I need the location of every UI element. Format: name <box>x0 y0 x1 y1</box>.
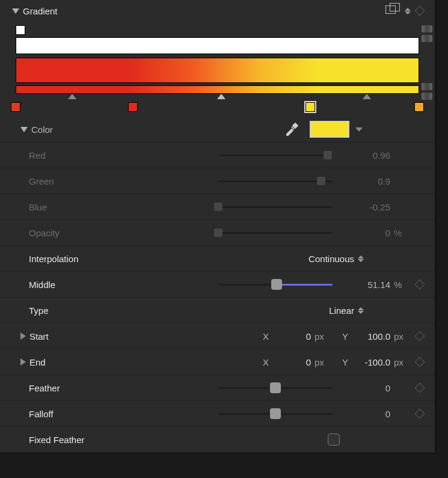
start-x-value[interactable]: 0 <box>277 331 311 342</box>
opacity-stop-track[interactable] <box>16 24 419 37</box>
end-row: End X 0 px Y -100.0 px <box>0 349 435 375</box>
start-y-value[interactable]: 100.0 <box>357 331 390 342</box>
start-x-unit: px <box>311 331 331 342</box>
type-stepper-icon[interactable] <box>358 307 364 314</box>
preset-stepper-icon[interactable] <box>405 8 411 14</box>
section-header-gradient[interactable]: Gradient <box>0 0 435 22</box>
color-label: Color <box>31 124 53 135</box>
gradient-thin-bar[interactable] <box>16 85 419 94</box>
gradient-panel: Gradient <box>0 0 437 454</box>
middle-slider[interactable] <box>218 279 333 290</box>
falloff-value[interactable]: 0 <box>336 409 390 419</box>
color-distribute-button[interactable] <box>422 93 432 100</box>
y-label: Y <box>342 357 357 367</box>
feather-row: Feather 0 <box>0 375 435 401</box>
x-label: X <box>263 331 277 342</box>
end-y-unit: px <box>390 357 411 367</box>
opacity-stop[interactable] <box>16 25 25 35</box>
color-stop-track[interactable] <box>16 101 419 114</box>
end-x-value[interactable]: 0 <box>277 357 311 367</box>
falloff-row: Falloff 0 <box>0 401 435 427</box>
interpolation-row: Interpolation Continuous <box>0 246 435 272</box>
opacity-label: Opacity <box>29 228 60 238</box>
fixed-feather-row: Fixed Feather <box>0 427 435 453</box>
type-row: Type Linear <box>0 298 435 323</box>
opacity-value[interactable]: 0 <box>336 228 390 238</box>
interpolation-label: Interpolation <box>29 254 79 264</box>
keyframe-icon[interactable] <box>415 357 425 367</box>
eyedropper-icon[interactable] <box>284 122 299 136</box>
color-swatch[interactable] <box>310 121 349 138</box>
disclosure-triangle-icon[interactable] <box>20 127 28 132</box>
type-value[interactable]: Linear <box>329 305 354 316</box>
blue-label: Blue <box>29 202 47 212</box>
fixed-feather-label: Fixed Feather <box>29 435 85 445</box>
section-title: Gradient <box>23 6 58 16</box>
feather-value[interactable]: 0 <box>336 383 390 393</box>
keyframe-icon[interactable] <box>415 382 425 393</box>
color-stop[interactable] <box>11 102 20 112</box>
opacity-distribute-button[interactable] <box>422 35 432 42</box>
start-y-unit: px <box>390 331 411 342</box>
opacity-unit: % <box>390 228 411 238</box>
start-label: Start <box>29 331 49 342</box>
fixed-feather-checkbox[interactable] <box>328 434 340 446</box>
keyframe-icon[interactable] <box>415 408 425 418</box>
falloff-slider[interactable] <box>218 408 333 419</box>
disclosure-triangle-icon[interactable] <box>12 8 19 14</box>
middle-unit: % <box>390 280 411 290</box>
opacity-bar[interactable] <box>16 37 419 54</box>
chevron-down-icon[interactable] <box>355 127 363 132</box>
opacity-row: Opacity 0 % <box>0 220 435 246</box>
color-stop[interactable] <box>414 102 424 112</box>
disclosure-triangle-icon[interactable] <box>20 358 26 366</box>
keyframe-icon[interactable] <box>415 279 425 289</box>
middle-row: Middle 51.14 % <box>0 272 435 298</box>
red-label: Red <box>29 150 46 161</box>
midpoint-handle[interactable] <box>217 94 226 99</box>
middle-label: Middle <box>29 280 55 290</box>
x-label: X <box>263 357 277 367</box>
end-y-value[interactable]: -100.0 <box>357 357 390 367</box>
color-stop[interactable] <box>305 102 315 112</box>
keyframe-icon[interactable] <box>415 331 425 341</box>
gradient-preview-bar[interactable] <box>16 58 419 83</box>
end-x-unit: px <box>311 357 331 367</box>
y-label: Y <box>342 331 357 342</box>
type-label: Type <box>29 305 49 316</box>
blue-slider[interactable] <box>218 201 333 212</box>
midpoint-handle[interactable] <box>68 94 76 99</box>
interpolation-value[interactable]: Continuous <box>308 254 354 264</box>
middle-value[interactable]: 51.14 <box>336 280 390 290</box>
gradient-editor <box>0 22 435 117</box>
green-row: Green 0.9 <box>0 168 435 194</box>
start-row: Start X 0 px Y 100.0 px <box>0 323 435 349</box>
blue-row: Blue -0.25 <box>0 194 435 220</box>
keyframe-icon[interactable] <box>415 5 425 16</box>
opacity-reverse-button[interactable] <box>422 25 432 32</box>
feather-slider[interactable] <box>218 382 333 393</box>
preset-picker-icon[interactable] <box>385 3 401 19</box>
falloff-label: Falloff <box>29 409 54 419</box>
opacity-slider[interactable] <box>218 227 333 238</box>
red-row: Red 0.96 <box>0 142 435 168</box>
red-slider[interactable] <box>218 150 333 161</box>
blue-value[interactable]: -0.25 <box>336 202 390 212</box>
color-stop[interactable] <box>128 102 138 112</box>
green-slider[interactable] <box>218 176 333 186</box>
green-value[interactable]: 0.9 <box>336 176 390 186</box>
color-row: Color <box>0 117 435 142</box>
color-reverse-button[interactable] <box>422 83 432 90</box>
disclosure-triangle-icon[interactable] <box>20 332 26 340</box>
red-value[interactable]: 0.96 <box>336 150 390 161</box>
midpoint-track[interactable] <box>16 94 419 101</box>
feather-label: Feather <box>29 383 60 393</box>
end-label: End <box>29 357 46 367</box>
midpoint-handle[interactable] <box>363 94 371 99</box>
interpolation-stepper-icon[interactable] <box>358 256 364 262</box>
green-label: Green <box>29 176 54 186</box>
